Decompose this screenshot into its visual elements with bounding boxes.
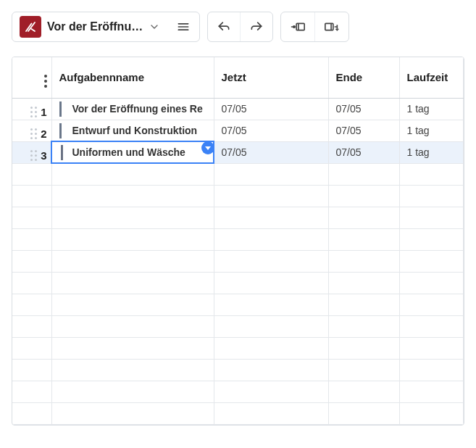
empty-cell[interactable] [328, 207, 399, 228]
jetzt-cell[interactable]: 07/05 [214, 98, 328, 120]
empty-cell[interactable] [51, 185, 214, 207]
empty-row[interactable] [12, 381, 464, 402]
ende-cell[interactable]: 07/05 [328, 98, 399, 120]
row-handle[interactable]: 2 [12, 120, 51, 141]
empty-cell[interactable] [51, 294, 214, 315]
empty-row[interactable] [12, 163, 464, 185]
empty-cell[interactable] [328, 228, 399, 250]
empty-cell[interactable] [328, 294, 399, 315]
empty-cell[interactable] [328, 315, 399, 337]
project-switcher[interactable]: Vor der Eröffnu… [12, 12, 167, 41]
empty-cell[interactable] [214, 315, 328, 337]
empty-cell[interactable] [214, 381, 328, 402]
empty-cell[interactable] [399, 228, 464, 250]
empty-cell[interactable] [399, 294, 464, 315]
dropdown-indicator-icon[interactable] [201, 141, 214, 154]
empty-cell[interactable] [328, 185, 399, 207]
empty-cell[interactable] [399, 337, 464, 359]
empty-cell[interactable] [214, 402, 328, 424]
empty-cell[interactable] [399, 359, 464, 381]
empty-cell[interactable] [399, 381, 464, 402]
insert-right-button[interactable] [314, 12, 348, 41]
empty-cell[interactable] [12, 185, 51, 207]
header-menu[interactable] [12, 57, 51, 98]
laufzeit-cell[interactable]: 1 tag [399, 120, 464, 141]
empty-cell[interactable] [51, 207, 214, 228]
empty-cell[interactable] [214, 359, 328, 381]
empty-cell[interactable] [399, 250, 464, 272]
empty-cell[interactable] [328, 272, 399, 294]
empty-cell[interactable] [214, 294, 328, 315]
col-name[interactable]: Aufgabennname [51, 57, 214, 98]
table-row[interactable]: 3Uniformen und Wäsche07/0507/051 tag [12, 141, 464, 163]
laufzeit-cell[interactable]: 1 tag [399, 98, 464, 120]
col-ende[interactable]: Ende [328, 57, 399, 98]
task-name-cell[interactable]: Vor der Eröffnung eines Re [51, 98, 214, 120]
empty-cell[interactable] [328, 250, 399, 272]
empty-cell[interactable] [328, 402, 399, 424]
empty-cell[interactable] [12, 163, 51, 185]
empty-cell[interactable] [328, 163, 399, 185]
empty-cell[interactable] [328, 381, 399, 402]
empty-cell[interactable] [399, 315, 464, 337]
empty-cell[interactable] [51, 228, 214, 250]
empty-cell[interactable] [328, 337, 399, 359]
empty-row[interactable] [12, 228, 464, 250]
row-handle[interactable]: 3 [12, 141, 51, 163]
empty-row[interactable] [12, 272, 464, 294]
empty-cell[interactable] [51, 402, 214, 424]
empty-cell[interactable] [51, 337, 214, 359]
empty-row[interactable] [12, 207, 464, 228]
empty-row[interactable] [12, 315, 464, 337]
empty-cell[interactable] [12, 315, 51, 337]
empty-cell[interactable] [214, 250, 328, 272]
empty-cell[interactable] [12, 207, 51, 228]
task-name-cell[interactable]: Entwurf und Konstruktion [51, 120, 214, 141]
empty-cell[interactable] [214, 207, 328, 228]
jetzt-cell[interactable]: 07/05 [214, 141, 328, 163]
empty-cell[interactable] [12, 250, 51, 272]
table-row[interactable]: 2Entwurf und Konstruktion07/0507/051 tag [12, 120, 464, 141]
empty-cell[interactable] [12, 337, 51, 359]
undo-button[interactable] [208, 12, 240, 41]
empty-cell[interactable] [12, 294, 51, 315]
empty-row[interactable] [12, 185, 464, 207]
empty-cell[interactable] [214, 337, 328, 359]
empty-cell[interactable] [12, 402, 51, 424]
empty-cell[interactable] [51, 315, 214, 337]
empty-cell[interactable] [12, 272, 51, 294]
empty-cell[interactable] [51, 163, 214, 185]
ende-cell[interactable]: 07/05 [328, 120, 399, 141]
empty-row[interactable] [12, 250, 464, 272]
empty-cell[interactable] [214, 185, 328, 207]
row-handle[interactable]: 1 [12, 98, 51, 120]
empty-cell[interactable] [12, 228, 51, 250]
insert-left-button[interactable] [281, 12, 314, 41]
empty-cell[interactable] [214, 163, 328, 185]
empty-cell[interactable] [399, 207, 464, 228]
jetzt-cell[interactable]: 07/05 [214, 120, 328, 141]
ende-cell[interactable]: 07/05 [328, 141, 399, 163]
empty-row[interactable] [12, 337, 464, 359]
redo-button[interactable] [240, 12, 272, 41]
task-name-cell[interactable]: Uniformen und Wäsche [51, 141, 214, 163]
empty-cell[interactable] [214, 228, 328, 250]
empty-row[interactable] [12, 359, 464, 381]
empty-cell[interactable] [51, 272, 214, 294]
col-laufzeit[interactable]: Laufzeit [399, 57, 464, 98]
empty-cell[interactable] [51, 381, 214, 402]
table-row[interactable]: 1Vor der Eröffnung eines Re07/0507/051 t… [12, 98, 464, 120]
empty-cell[interactable] [51, 359, 214, 381]
col-jetzt[interactable]: Jetzt [214, 57, 328, 98]
empty-cell[interactable] [12, 381, 51, 402]
empty-cell[interactable] [214, 272, 328, 294]
empty-cell[interactable] [399, 163, 464, 185]
empty-cell[interactable] [399, 185, 464, 207]
empty-row[interactable] [12, 294, 464, 315]
empty-cell[interactable] [399, 402, 464, 424]
empty-cell[interactable] [51, 250, 214, 272]
empty-cell[interactable] [328, 359, 399, 381]
menu-button[interactable] [167, 12, 199, 41]
laufzeit-cell[interactable]: 1 tag [399, 141, 464, 163]
empty-row[interactable] [12, 402, 464, 424]
